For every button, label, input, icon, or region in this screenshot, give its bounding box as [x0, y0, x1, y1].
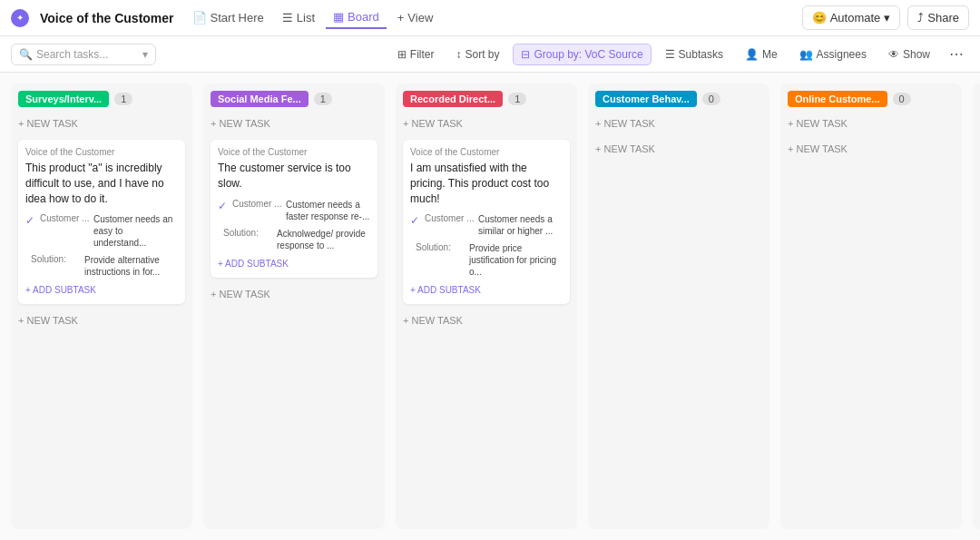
add-task-top-recorded-direct[interactable]: + NEW TASK	[403, 114, 570, 133]
add-task-bottom-customer-behav[interactable]: + NEW TASK	[595, 140, 762, 158]
show-icon: 👁	[888, 48, 899, 61]
subtask-label: Customer ...	[425, 213, 475, 223]
board: Surveys/Interv...1+ NEW TASKVoice of the…	[0, 73, 980, 540]
subtask-label: Solution:	[416, 242, 466, 252]
column-tag-social-media: Social Media Fe...	[211, 91, 309, 107]
column-header-surveys: Surveys/Interv...1	[18, 91, 185, 107]
column-header-recorded-direct: Recorded Direct...1	[403, 91, 570, 107]
group-icon: ⊟	[521, 48, 530, 61]
card-project: Voice of the Customer	[25, 147, 178, 157]
add-task-bottom-online-customer[interactable]: + NEW TASK	[788, 140, 955, 158]
subtask-text: Provide price justification for pricing …	[469, 242, 563, 278]
app-icon: ✦	[11, 9, 29, 27]
subtask-check[interactable]: ✓	[218, 200, 227, 212]
share-button[interactable]: ⤴ Share	[907, 5, 969, 30]
subtask-1: Solution:Provide price justification for…	[410, 242, 563, 278]
subtasks-button[interactable]: ☰ Subtasks	[657, 44, 731, 65]
add-subtask-btn[interactable]: + ADD SUBTASK	[218, 257, 370, 270]
subtask-text: Customer needs a similar or higher ...	[478, 213, 563, 237]
plus-icon: +	[397, 11, 405, 25]
add-task-top-social-media[interactable]: + NEW TASK	[211, 114, 377, 133]
me-icon: 👤	[745, 48, 759, 61]
search-icon: 🔍	[19, 48, 33, 61]
subtask-text: Acknolwedge/ provide response to ...	[277, 228, 370, 251]
automate-button[interactable]: 😊 Automate ▾	[802, 5, 901, 30]
subtask-check[interactable]: ✓	[25, 214, 34, 227]
subtasks-icon: ☰	[665, 48, 675, 61]
nav-board[interactable]: ▦ Board	[326, 6, 387, 29]
search-box[interactable]: 🔍 Search tasks... ▾	[11, 44, 156, 65]
add-task-top-online-customer[interactable]: + NEW TASK	[788, 114, 955, 133]
add-task-top-surveys[interactable]: + NEW TASK	[18, 114, 185, 133]
column-partial-di-partial: Di...	[973, 83, 980, 529]
column-count-online-customer: 0	[893, 93, 911, 105]
nav-view[interactable]: + View	[390, 7, 441, 28]
sort-icon: ↕	[456, 48, 461, 61]
filter-button[interactable]: ⊞ Filter	[389, 44, 443, 65]
subtask-0: ✓Customer ...Customer needs a similar or…	[410, 213, 563, 237]
card-social-media-0: Voice of the CustomerThe customer servic…	[211, 140, 377, 278]
subtask-label: Solution:	[31, 254, 81, 264]
column-tag-recorded-direct: Recorded Direct...	[403, 91, 503, 107]
page-title: Voice of the Customer	[40, 11, 174, 25]
show-button[interactable]: 👁 Show	[880, 44, 938, 65]
column-count-customer-behav: 0	[702, 93, 720, 105]
start-here-icon: 📄	[192, 11, 207, 25]
subtask-1: Solution:Provide alternative instruction…	[25, 254, 178, 278]
me-button[interactable]: 👤 Me	[737, 44, 786, 65]
toolbar-right: ⊞ Filter ↕ Sort by ⊟ Group by: VoC Sourc…	[389, 42, 969, 66]
card-title: This product "a" is incredibly difficult…	[25, 161, 178, 206]
subtask-label: Solution:	[223, 228, 273, 238]
card-project: Voice of the Customer	[410, 147, 563, 157]
filter-icon: ⊞	[397, 48, 407, 61]
subtask-check[interactable]: ✓	[410, 214, 419, 227]
add-subtask-btn[interactable]: + ADD SUBTASK	[410, 283, 563, 297]
assignees-button[interactable]: 👥 Assignees	[791, 44, 875, 65]
column-header-social-media: Social Media Fe...1	[211, 91, 377, 107]
subtask-1: Solution:Acknolwedge/ provide response t…	[218, 228, 370, 251]
group-by-button[interactable]: ⊟ Group by: VoC Source	[513, 44, 651, 65]
subtask-0: ✓Customer ...Customer needs a faster res…	[218, 199, 370, 222]
column-header-online-customer: Online Custome...0	[788, 91, 955, 107]
column-tag-online-customer: Online Custome...	[788, 91, 887, 107]
card-title: I am unsatisfied with the pricing. This …	[410, 161, 563, 206]
column-tag-customer-behav: Customer Behav...	[595, 91, 697, 107]
subtask-0: ✓Customer ...Customer needs an easy to u…	[25, 213, 178, 249]
topbar: ✦ Voice of the Customer 📄 Start Here ☰ L…	[0, 0, 980, 36]
card-recorded-direct-0: Voice of the CustomerI am unsatisfied wi…	[403, 140, 570, 304]
subtask-text: Customer needs a faster response re-...	[286, 199, 370, 222]
column-customer-behav: Customer Behav...0+ NEW TASK+ NEW TASK	[588, 83, 769, 529]
column-social-media: Social Media Fe...1+ NEW TASKVoice of th…	[203, 83, 385, 529]
column-online-customer: Online Custome...0+ NEW TASK+ NEW TASK	[780, 83, 962, 529]
board-icon: ▦	[333, 10, 344, 24]
card-project: Voice of the Customer	[218, 147, 370, 157]
chevron-down-icon: ▾	[142, 48, 148, 61]
list-icon: ☰	[282, 11, 293, 25]
column-tag-surveys: Surveys/Interv...	[18, 91, 109, 107]
nav-links: 📄 Start Here ☰ List ▦ Board + View	[185, 6, 441, 29]
column-count-recorded-direct: 1	[508, 93, 526, 105]
add-task-top-customer-behav[interactable]: + NEW TASK	[595, 114, 762, 133]
nav-start-here[interactable]: 📄 Start Here	[185, 7, 271, 28]
topbar-left: ✦ Voice of the Customer 📄 Start Here ☰ L…	[11, 6, 440, 29]
chevron-down-icon: ▾	[884, 11, 890, 25]
add-task-bottom-surveys[interactable]: + NEW TASK	[18, 311, 185, 329]
assignees-icon: 👥	[799, 48, 813, 61]
subtask-text: Provide alternative instructions in for.…	[84, 254, 178, 278]
add-task-bottom-social-media[interactable]: + NEW TASK	[211, 285, 377, 303]
column-count-social-media: 1	[314, 93, 332, 105]
add-task-bottom-recorded-direct[interactable]: + NEW TASK	[403, 311, 570, 329]
automate-icon: 😊	[812, 11, 827, 25]
more-options-button[interactable]: ⋯	[944, 42, 969, 66]
subtask-label: Customer ...	[232, 199, 282, 209]
subtask-text: Customer needs an easy to understand...	[93, 213, 178, 249]
add-subtask-btn[interactable]: + ADD SUBTASK	[25, 283, 178, 297]
topbar-right: 😊 Automate ▾ ⤴ Share	[802, 5, 969, 30]
card-title: The customer service is too slow.	[218, 161, 370, 191]
share-icon: ⤴	[917, 11, 924, 25]
column-recorded-direct: Recorded Direct...1+ NEW TASKVoice of th…	[396, 83, 577, 529]
nav-list[interactable]: ☰ List	[275, 7, 322, 28]
column-count-surveys: 1	[114, 93, 132, 105]
column-surveys: Surveys/Interv...1+ NEW TASKVoice of the…	[11, 83, 192, 529]
sort-by-button[interactable]: ↕ Sort by	[447, 44, 507, 65]
